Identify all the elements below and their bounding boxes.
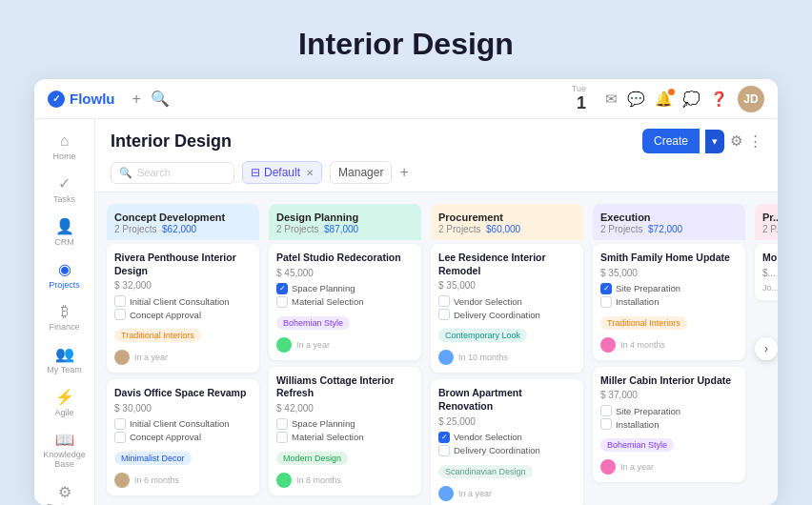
kanban-board: Concept Development 2 Projects $62,000 R… <box>95 192 778 505</box>
col-title-procurement: Procurement <box>438 212 576 223</box>
col-meta-concept: 2 Projects $62,000 <box>114 224 252 234</box>
task-item: Installation <box>600 418 738 430</box>
sidebar-item-projects[interactable]: ◉ Projects <box>34 254 94 295</box>
card-title-miller: Miller Cabin Interior Update <box>600 374 738 388</box>
card-price-brown: $ 25,000 <box>438 416 576 427</box>
card-partial[interactable]: Mo... $... Jo... <box>755 244 778 300</box>
sidebar-item-knowledge[interactable]: 📖 Knowledge Base <box>34 425 94 475</box>
sidebar-item-home[interactable]: ⌂ Home <box>34 127 94 167</box>
sidebar-item-myteam[interactable]: 👥 My Team <box>34 339 94 380</box>
sidebar-item-finance[interactable]: ₿ Finance <box>34 297 94 337</box>
task-check <box>438 309 450 320</box>
create-dropdown-button[interactable]: ▾ <box>705 130 724 153</box>
card-time: In 10 months <box>458 353 508 362</box>
knowledge-icon: 📖 <box>55 431 74 449</box>
kanban-col-execution: Execution 2 Projects $72,000 Smith Famil… <box>593 204 745 489</box>
projects-icon: ◉ <box>58 260 71 278</box>
task-item: Site Preparation <box>600 405 738 416</box>
card-title-lee: Lee Residence Interior Remodel <box>438 252 576 277</box>
task-check <box>276 418 288 430</box>
card-footer-smith: In 4 months <box>600 337 738 353</box>
card-tag-miller: Bohemian Style <box>600 438 674 452</box>
card-davis[interactable]: Davis Office Space Revamp $ 30,000 Initi… <box>107 379 259 495</box>
tasks-icon: ✓ <box>58 174 71 192</box>
toolbar: 🔍 Search ⊟ Default ✕ Manager + <box>111 161 762 192</box>
help-icon[interactable]: ❓ <box>710 91 728 108</box>
content-header: Interior Design Create ▾ ⚙ ⋮ 🔍 Search ⊟ <box>95 119 778 192</box>
card-title-williams: Williams Cottage Interior Refresh <box>276 374 414 400</box>
card-price-partial: $... <box>762 268 778 278</box>
sidebar-label-finance: Finance <box>49 322 79 332</box>
task-check <box>114 432 126 443</box>
notification-dot <box>668 89 675 95</box>
card-tasks-patel: ✓ Space Planning Material Selection <box>276 283 414 308</box>
col-header-partial: Pr... 2 P... <box>755 204 778 240</box>
col-header-procurement: Procurement 2 Projects $60,000 <box>431 204 583 240</box>
card-miller[interactable]: Miller Cabin Interior Update $ 37,000 Si… <box>593 367 745 483</box>
finance-icon: ₿ <box>61 303 69 320</box>
task-label: Vendor Selection <box>454 432 522 442</box>
sidebar-item-processes[interactable]: ⚙ Business Processes <box>34 477 94 505</box>
top-bar-icons: ✉ 💬 🔔 💭 ❓ JD <box>605 86 764 112</box>
col-meta-procurement: 2 Projects $60,000 <box>438 224 576 234</box>
filter-clear-icon[interactable]: ✕ <box>306 168 314 178</box>
home-icon: ⌂ <box>60 132 70 150</box>
search-icon[interactable]: 🔍 <box>151 90 170 108</box>
search-box[interactable]: 🔍 Search <box>111 162 234 184</box>
card-lee[interactable]: Lee Residence Interior Remodel $ 35,000 … <box>431 244 583 373</box>
manager-label: Manager <box>338 166 383 179</box>
card-smith[interactable]: Smith Family Home Update $ 35,000 ✓ Site… <box>593 244 745 360</box>
create-button[interactable]: Create <box>642 129 700 153</box>
card-tasks-smith: ✓ Site Preparation Installation <box>600 283 738 308</box>
card-rivera[interactable]: Rivera Penthouse Interior Design $ 32,00… <box>107 244 259 373</box>
task-check-done: ✓ <box>600 283 612 294</box>
task-check <box>276 296 288 308</box>
mail-icon[interactable]: ✉ <box>605 91 618 108</box>
task-item: Initial Client Consultation <box>114 418 252 430</box>
message-icon[interactable]: 💭 <box>682 91 700 108</box>
sidebar-item-crm[interactable]: 👤 CRM <box>34 212 94 252</box>
logo: ✓ Flowlu <box>48 91 115 108</box>
task-item: Space Planning <box>276 418 414 430</box>
scroll-right-arrow[interactable]: › <box>755 337 778 360</box>
card-footer-patel: In a year <box>276 337 414 353</box>
task-item: Concept Approval <box>114 432 252 443</box>
task-label: Concept Approval <box>130 432 201 442</box>
content-header-top: Interior Design Create ▾ ⚙ ⋮ <box>111 129 762 153</box>
myteam-icon: 👥 <box>55 345 74 363</box>
card-williams[interactable]: Williams Cottage Interior Refresh $ 42,0… <box>269 367 421 495</box>
filter-button[interactable]: ⊟ Default ✕ <box>242 161 322 184</box>
more-options-icon[interactable]: ⋮ <box>748 132 762 150</box>
filter-label: Default <box>264 166 300 179</box>
card-brown[interactable]: Brown Apartment Renovation $ 25,000 ✓ Ve… <box>431 379 583 505</box>
task-item: Concept Approval <box>114 309 252 320</box>
card-avatar <box>276 337 292 353</box>
gear-icon[interactable]: ⚙ <box>730 132 742 150</box>
sidebar-item-agile[interactable]: ⚡ Agile <box>34 382 94 423</box>
card-avatar <box>114 473 130 488</box>
add-button[interactable]: + <box>132 91 141 108</box>
sidebar-label-home: Home <box>52 152 75 161</box>
task-check <box>438 445 450 456</box>
task-label: Installation <box>616 296 659 307</box>
task-item: Material Selection <box>276 296 414 308</box>
sidebar-item-tasks[interactable]: ✓ Tasks <box>34 169 94 210</box>
card-footer-miller: In a year <box>600 459 738 475</box>
card-footer-brown: In a year <box>438 486 576 501</box>
notification-bell[interactable]: 🔔 <box>655 91 673 108</box>
avatar[interactable]: JD <box>738 86 764 112</box>
header-actions: Create ▾ ⚙ ⋮ <box>642 129 762 153</box>
col-header-design: Design Planning 2 Projects $87,000 <box>269 204 421 240</box>
card-time: In a year <box>458 489 492 498</box>
card-patel[interactable]: Patel Studio Redecoration $ 45,000 ✓ Spa… <box>269 244 421 360</box>
card-tag-patel: Bohemian Style <box>276 316 350 330</box>
manager-button[interactable]: Manager <box>330 161 392 184</box>
task-check <box>114 309 126 320</box>
col-meta-partial: 2 P... <box>762 224 778 234</box>
card-tag-williams: Modern Design <box>276 452 348 465</box>
processes-icon: ⚙ <box>58 483 71 501</box>
add-column-button[interactable]: + <box>399 164 408 181</box>
card-title-rivera: Rivera Penthouse Interior Design <box>114 252 252 277</box>
task-label: Initial Client Consultation <box>130 296 230 307</box>
chat-icon[interactable]: 💬 <box>627 91 645 108</box>
